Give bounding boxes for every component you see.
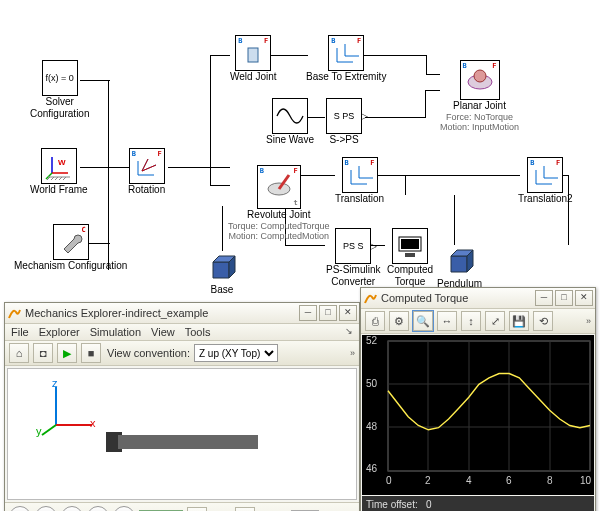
stop-icon[interactable]: ■ xyxy=(81,343,101,363)
block-solver-configuration[interactable]: f(x) = 0 Solver Configuration xyxy=(30,60,89,119)
block-computed-torque[interactable]: Computed Torque xyxy=(387,228,433,287)
scope-status: Time offset: 0 xyxy=(362,496,594,511)
zoom-x-icon[interactable]: ↔ xyxy=(437,311,457,331)
slider-icon[interactable]: ⊢ xyxy=(235,507,255,511)
step-forward-button[interactable]: ▶ xyxy=(87,506,109,511)
block-label: Sine Wave xyxy=(266,134,314,146)
menu-explorer[interactable]: Explorer xyxy=(39,326,80,338)
block-world-frame[interactable]: W World Frame xyxy=(30,148,88,196)
matlab-icon xyxy=(363,291,377,305)
menu-simulation[interactable]: Simulation xyxy=(90,326,141,338)
block-translation2[interactable]: B F Translation2 xyxy=(518,157,573,205)
minimize-button[interactable]: ─ xyxy=(535,290,553,306)
sine-wave-icon xyxy=(272,98,308,134)
translation-icon: B F xyxy=(342,157,378,193)
window-title: Computed Torque xyxy=(381,292,533,304)
block-label: World Frame xyxy=(30,184,88,196)
camera-icon[interactable]: ⌂ xyxy=(9,343,29,363)
toolbar[interactable]: ⌂ ◘ ▶ ■ View convention: Z up (XY Top) » xyxy=(5,341,359,366)
record-icon[interactable]: ◘ xyxy=(33,343,53,363)
menu-tools[interactable]: Tools xyxy=(185,326,211,338)
play-button[interactable]: ▶ xyxy=(61,506,83,511)
zoom-in-icon[interactable]: 🔍 xyxy=(413,311,433,331)
svg-line-25 xyxy=(42,425,56,435)
view-convention-select[interactable]: Z up (XY Top) xyxy=(194,344,278,362)
svg-text:W: W xyxy=(58,158,66,167)
pendulum-icon xyxy=(443,244,477,278)
print-icon[interactable]: ⎙ xyxy=(365,311,385,331)
pendulum-arm-shape xyxy=(118,435,258,449)
axis-z-label: z xyxy=(52,377,58,389)
block-label: Solver Configuration xyxy=(30,96,89,119)
x-tick: 2 xyxy=(425,475,431,486)
x-tick: 8 xyxy=(547,475,553,486)
ps-simulink-icon: PS S ▷ xyxy=(335,228,371,264)
solver-inner-text: f(x) = 0 xyxy=(46,73,74,83)
world-frame-icon: W xyxy=(41,148,77,184)
window-title: Mechanics Explorer-indirect_example xyxy=(25,307,297,319)
y-tick: 48 xyxy=(366,421,377,432)
computed-torque-window[interactable]: Computed Torque ─ □ ✕ ⎙ ⚙ 🔍 ↔ ↕ ⤢ 💾 ⟲ » xyxy=(360,287,596,511)
menu-overflow-icon[interactable]: ↘ xyxy=(345,326,353,338)
close-button[interactable]: ✕ xyxy=(575,290,593,306)
axes-triad: z x y xyxy=(38,379,98,441)
params-icon[interactable]: ⚙ xyxy=(389,311,409,331)
scope-plot[interactable]: 52 50 48 46 0 2 4 6 8 10 xyxy=(362,335,594,495)
block-ps-simulink-converter[interactable]: PS S ▷ PS-Simulink Converter xyxy=(326,228,380,287)
block-revolute-joint[interactable]: B F t Revolute Joint Torque: ComputedTor… xyxy=(228,165,330,241)
block-sub: Force: NoTorque xyxy=(446,112,513,122)
block-label: Planar Joint xyxy=(453,100,506,112)
weld-joint-icon: B F xyxy=(235,35,271,71)
titlebar[interactable]: Mechanics Explorer-indirect_example ─ □ … xyxy=(5,303,359,324)
menu-file[interactable]: File xyxy=(11,326,29,338)
toolbar-overflow-icon[interactable]: » xyxy=(586,316,591,326)
block-label: Base To Extremity xyxy=(306,71,386,83)
block-sub: Torque: ComputedTorque xyxy=(228,221,330,231)
block-label: Mechanism Configuration xyxy=(14,260,127,272)
block-weld-joint[interactable]: B F Weld Joint xyxy=(230,35,277,83)
block-label: Translation2 xyxy=(518,193,573,205)
maximize-button[interactable]: □ xyxy=(555,290,573,306)
play-icon[interactable]: ▶ xyxy=(57,343,77,363)
autoscale-icon[interactable]: ⤢ xyxy=(485,311,505,331)
mechanics-explorer-window[interactable]: Mechanics Explorer-indirect_example ─ □ … xyxy=(4,302,360,511)
restore-icon[interactable]: ⟲ xyxy=(533,311,553,331)
block-s-to-ps[interactable]: S PS ▷ S->PS xyxy=(326,98,362,146)
svg-rect-19 xyxy=(405,253,415,257)
block-translation[interactable]: B F Translation xyxy=(335,157,384,205)
planar-joint-icon: B F xyxy=(460,60,500,100)
step-back-button[interactable]: ◀ xyxy=(35,506,57,511)
wrench-icon: C xyxy=(53,224,89,260)
menubar[interactable]: File Explorer Simulation View Tools ↘ xyxy=(5,324,359,341)
maximize-button[interactable]: □ xyxy=(319,305,337,321)
last-frame-button[interactable]: ▶▮ xyxy=(113,506,135,511)
titlebar[interactable]: Computed Torque ─ □ ✕ xyxy=(361,288,595,309)
block-label: S->PS xyxy=(329,134,358,146)
loop-icon[interactable]: ⟳ xyxy=(187,507,207,511)
block-label: Revolute Joint xyxy=(247,209,310,221)
close-button[interactable]: ✕ xyxy=(339,305,357,321)
toolbar-overflow-icon[interactable]: » xyxy=(350,348,355,358)
save-icon[interactable]: 💾 xyxy=(509,311,529,331)
scope-toolbar[interactable]: ⎙ ⚙ 🔍 ↔ ↕ ⤢ 💾 ⟲ » xyxy=(361,309,595,334)
zoom-y-icon[interactable]: ↕ xyxy=(461,311,481,331)
svg-rect-10 xyxy=(248,48,258,62)
first-frame-button[interactable]: ▮◀ xyxy=(9,506,31,511)
menu-view[interactable]: View xyxy=(151,326,175,338)
block-mechanism-configuration[interactable]: C Mechanism Configuration xyxy=(14,224,127,272)
rotation-icon: B F xyxy=(129,148,165,184)
block-label: Rotation xyxy=(128,184,165,196)
playback-bar[interactable]: ▮◀ ◀ ▶ ▶ ▶▮ = [0,10] ⟳ 1X ⊢ Time 0 xyxy=(5,502,359,511)
transform-icon: B F xyxy=(328,35,364,71)
block-planar-joint[interactable]: B F Planar Joint Force: NoTorque Motion:… xyxy=(440,60,519,132)
svg-rect-26 xyxy=(388,341,590,471)
minimize-button[interactable]: ─ xyxy=(299,305,317,321)
block-base-to-extremity[interactable]: B F Base To Extremity xyxy=(306,35,386,83)
block-rotation[interactable]: B F Rotation xyxy=(128,148,165,196)
block-base[interactable]: Base xyxy=(205,250,239,296)
y-tick: 50 xyxy=(366,378,377,389)
block-pendulum[interactable]: Pendulum xyxy=(437,244,482,290)
viewport-3d[interactable]: z x y xyxy=(7,368,357,500)
y-tick: 46 xyxy=(366,463,377,474)
block-sine-wave[interactable]: Sine Wave xyxy=(266,98,314,146)
